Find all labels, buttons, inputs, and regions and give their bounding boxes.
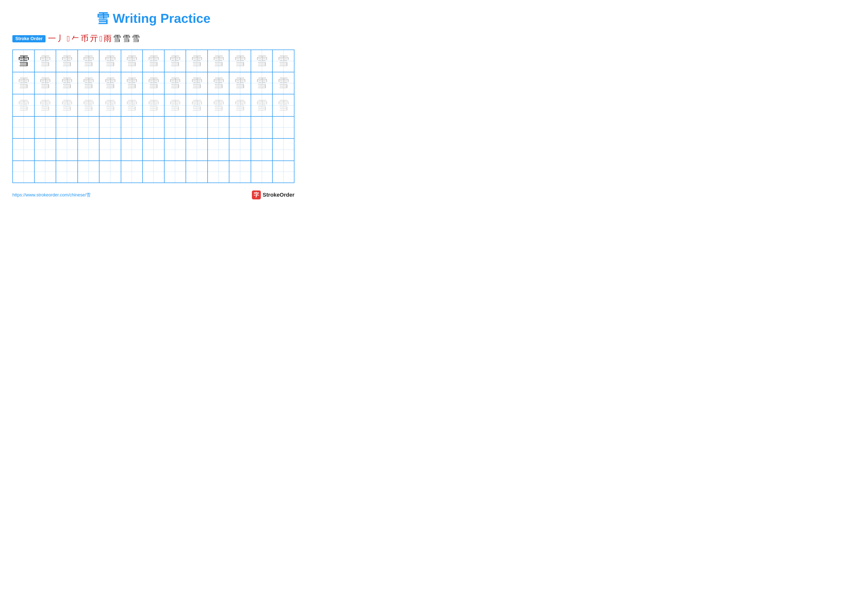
character-guide: 雪 xyxy=(126,77,138,89)
grid-cell[interactable]: 雪 xyxy=(143,72,164,94)
grid-cell[interactable]: 雪 xyxy=(121,50,143,72)
grid-cell[interactable]: 雪 xyxy=(121,72,143,94)
grid-cell[interactable] xyxy=(35,139,56,160)
character-guide: 雪 xyxy=(104,77,116,89)
character-guide: 雪 xyxy=(82,77,94,89)
grid-cell[interactable]: 雪 xyxy=(56,50,78,72)
page-header: 雪 Writing Practice xyxy=(12,10,294,27)
grid-cell[interactable]: 雪 xyxy=(251,50,273,72)
grid-cell[interactable] xyxy=(13,117,35,138)
stroke-9: 雪 xyxy=(113,33,121,44)
grid-cell[interactable] xyxy=(13,139,35,160)
grid-cell[interactable]: 雪 xyxy=(229,72,251,94)
grid-cell[interactable] xyxy=(99,139,121,160)
grid-cell[interactable] xyxy=(143,161,164,183)
character-guide: 雪 xyxy=(17,77,29,89)
grid-cell[interactable]: 雪 xyxy=(186,94,208,116)
grid-cell[interactable]: 雪 xyxy=(186,72,208,94)
grid-cell[interactable] xyxy=(186,117,208,138)
grid-cell[interactable] xyxy=(164,117,186,138)
grid-cell[interactable]: 雪 xyxy=(164,94,186,116)
grid-cell[interactable] xyxy=(186,161,208,183)
character-guide: 雪 xyxy=(256,99,268,111)
character-guide: 雪 xyxy=(61,55,73,67)
grid-cell[interactable] xyxy=(229,117,251,138)
grid-cell[interactable]: 雪 xyxy=(99,72,121,94)
grid-cell[interactable]: 雪 xyxy=(229,94,251,116)
grid-cell[interactable]: 雪 xyxy=(273,50,294,72)
grid-cell[interactable]: 雪 xyxy=(143,50,164,72)
grid-cell[interactable]: 雪 xyxy=(56,72,78,94)
grid-cell[interactable] xyxy=(13,161,35,183)
grid-row-3: 雪 雪 雪 雪 雪 雪 雪 雪 雪 雪 雪 雪 雪 xyxy=(13,94,294,117)
grid-cell[interactable] xyxy=(121,117,143,138)
character-guide: 雪 xyxy=(104,55,116,67)
grid-cell[interactable] xyxy=(35,117,56,138)
character-solid: 雪 xyxy=(17,55,29,67)
grid-cell[interactable]: 雪 xyxy=(121,94,143,116)
grid-cell[interactable] xyxy=(251,139,273,160)
grid-cell[interactable]: 雪 xyxy=(251,94,273,116)
grid-cell[interactable]: 雪 xyxy=(13,72,35,94)
grid-cell[interactable]: 雪 xyxy=(78,72,100,94)
grid-cell[interactable]: 雪 xyxy=(99,94,121,116)
stroke-order-badge: Stroke Order xyxy=(12,35,45,42)
character-guide: 雪 xyxy=(126,99,138,111)
grid-cell[interactable] xyxy=(251,117,273,138)
grid-cell[interactable] xyxy=(56,117,78,138)
grid-cell[interactable] xyxy=(273,139,294,160)
grid-cell[interactable]: 雪 xyxy=(273,72,294,94)
title-text: Writing Practice xyxy=(113,11,211,25)
grid-cell[interactable]: 雪 xyxy=(35,50,56,72)
grid-cell[interactable]: 雪 xyxy=(35,94,56,116)
grid-cell[interactable] xyxy=(56,161,78,183)
grid-cell[interactable] xyxy=(35,161,56,183)
grid-cell[interactable] xyxy=(99,161,121,183)
grid-cell[interactable]: 雪 xyxy=(208,94,229,116)
grid-cell[interactable] xyxy=(78,161,100,183)
grid-cell[interactable] xyxy=(208,117,229,138)
character-guide: 雪 xyxy=(169,55,181,67)
grid-cell[interactable]: 雪 xyxy=(186,50,208,72)
grid-cell[interactable] xyxy=(78,117,100,138)
grid-cell[interactable]: 雪 xyxy=(13,50,35,72)
grid-cell[interactable]: 雪 xyxy=(251,72,273,94)
grid-cell[interactable]: 雪 xyxy=(229,50,251,72)
grid-cell[interactable] xyxy=(208,161,229,183)
grid-cell[interactable]: 雪 xyxy=(143,94,164,116)
grid-cell[interactable]: 雪 xyxy=(78,94,100,116)
grid-cell[interactable] xyxy=(143,139,164,160)
grid-cell[interactable]: 雪 xyxy=(208,72,229,94)
character-guide: 雪 xyxy=(61,77,73,89)
grid-cell[interactable] xyxy=(273,161,294,183)
grid-cell[interactable] xyxy=(56,139,78,160)
character-guide: 雪 xyxy=(256,77,268,89)
grid-cell[interactable] xyxy=(121,161,143,183)
character-guide: 雪 xyxy=(212,55,225,67)
grid-cell[interactable] xyxy=(229,161,251,183)
character-guide: 雪 xyxy=(277,99,289,111)
grid-cell[interactable] xyxy=(78,139,100,160)
grid-cell[interactable] xyxy=(164,139,186,160)
grid-cell[interactable]: 雪 xyxy=(164,72,186,94)
grid-cell[interactable]: 雪 xyxy=(208,50,229,72)
character-guide: 雪 xyxy=(147,77,160,89)
grid-cell[interactable] xyxy=(273,117,294,138)
grid-cell[interactable] xyxy=(99,117,121,138)
grid-row-6 xyxy=(13,161,294,183)
grid-cell[interactable]: 雪 xyxy=(35,72,56,94)
grid-cell[interactable] xyxy=(186,139,208,160)
grid-cell[interactable] xyxy=(229,139,251,160)
grid-cell[interactable] xyxy=(164,161,186,183)
character-guide: 雪 xyxy=(126,55,138,67)
grid-cell[interactable]: 雪 xyxy=(273,94,294,116)
grid-cell[interactable]: 雪 xyxy=(56,94,78,116)
grid-cell[interactable]: 雪 xyxy=(99,50,121,72)
grid-cell[interactable] xyxy=(121,139,143,160)
grid-cell[interactable]: 雪 xyxy=(78,50,100,72)
grid-cell[interactable]: 雪 xyxy=(13,94,35,116)
grid-cell[interactable] xyxy=(208,139,229,160)
grid-cell[interactable] xyxy=(251,161,273,183)
grid-cell[interactable] xyxy=(143,117,164,138)
grid-cell[interactable]: 雪 xyxy=(164,50,186,72)
